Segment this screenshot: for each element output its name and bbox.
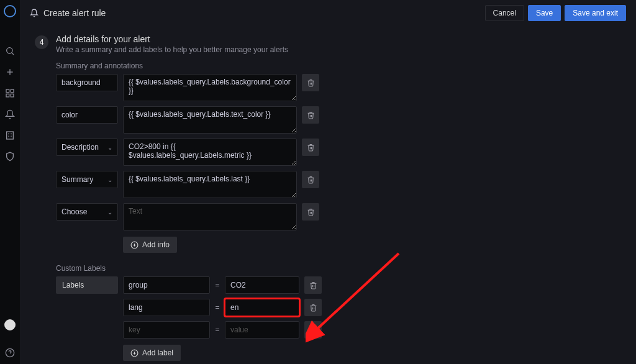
equals-sign: =: [215, 303, 220, 312]
svg-rect-4: [6, 89, 9, 93]
save-button[interactable]: Save: [528, 5, 561, 21]
annotation-key-input[interactable]: [56, 106, 118, 124]
add-label-text: Add label: [142, 348, 173, 357]
step-title: Add details for your alert: [56, 34, 288, 44]
label-value-input[interactable]: [225, 276, 299, 294]
plus-circle-icon: [130, 349, 139, 357]
avatar[interactable]: [4, 319, 16, 330]
search-icon[interactable]: [5, 46, 15, 56]
help-icon[interactable]: [5, 348, 15, 358]
label-key-input[interactable]: [123, 321, 210, 339]
add-label-button[interactable]: Add label: [123, 345, 181, 361]
label-row: =: [123, 321, 322, 339]
equals-sign: =: [215, 281, 220, 289]
step-subtitle: Write a summary and add labels to help y…: [56, 45, 288, 54]
delete-annotation-button[interactable]: [302, 139, 319, 156]
annotations-section-label: Summary and annotations: [56, 61, 621, 70]
label-key-input[interactable]: [123, 299, 210, 316]
dashboards-icon[interactable]: [5, 88, 15, 98]
svg-rect-8: [7, 132, 14, 139]
svg-line-24: [315, 253, 399, 331]
label-row: =: [123, 276, 322, 294]
annotation-value-textarea[interactable]: [123, 139, 297, 166]
step-number: 4: [35, 35, 48, 49]
shield-icon[interactable]: [5, 152, 15, 162]
annotation-key-text: Summary: [61, 175, 93, 184]
page-title: Create alert rule: [43, 8, 106, 18]
annotation-row: [56, 106, 621, 134]
chevron-down-icon: ⌄: [107, 144, 112, 151]
delete-annotation-button[interactable]: [302, 203, 319, 221]
annotation-arrow: [306, 250, 405, 344]
plus-icon[interactable]: [5, 67, 15, 77]
delete-annotation-button[interactable]: [302, 106, 319, 124]
save-exit-button[interactable]: Save and exit: [565, 5, 626, 21]
org-icon[interactable]: [5, 130, 15, 140]
annotation-key-select[interactable]: Choose⌄: [56, 203, 118, 221]
annotation-key-select[interactable]: Summary⌄: [56, 171, 118, 188]
annotation-value-textarea[interactable]: [123, 74, 297, 101]
cancel-button[interactable]: Cancel: [485, 5, 524, 21]
label-key-input[interactable]: [123, 276, 210, 294]
plus-circle-icon: [130, 241, 139, 249]
labels-tag: Labels: [56, 276, 118, 294]
add-info-button[interactable]: Add info: [123, 237, 177, 253]
annotation-key-input[interactable]: [56, 74, 118, 91]
content-area: 4 Add details for your alert Write a sum…: [20, 27, 636, 364]
annotation-key-text: Description: [61, 143, 99, 152]
svg-rect-5: [11, 89, 14, 93]
logo-icon[interactable]: [4, 5, 16, 17]
nav-rail: [0, 0, 20, 364]
bell-icon: [30, 9, 39, 17]
svg-line-1: [12, 53, 14, 55]
annotation-row: [56, 74, 621, 101]
annotation-value-textarea[interactable]: [123, 171, 297, 198]
annotation-key-select[interactable]: Description⌄: [56, 139, 118, 156]
svg-point-0: [7, 48, 12, 53]
svg-rect-7: [11, 94, 14, 97]
delete-annotation-button[interactable]: [302, 74, 319, 91]
annotation-value-textarea[interactable]: [123, 106, 297, 134]
svg-rect-6: [6, 94, 9, 97]
add-info-label: Add info: [142, 240, 170, 249]
annotation-row: Choose⌄: [56, 203, 621, 230]
delete-annotation-button[interactable]: [302, 171, 319, 188]
label-row: =: [123, 299, 322, 316]
chevron-down-icon: ⌄: [107, 209, 112, 216]
label-value-input[interactable]: [225, 299, 299, 316]
chevron-down-icon: ⌄: [107, 176, 112, 183]
label-value-input[interactable]: [225, 321, 299, 339]
topbar: Create alert rule Cancel Save Save and e…: [20, 0, 636, 27]
annotation-value-textarea[interactable]: [123, 203, 297, 230]
annotation-key-text: Choose: [61, 207, 87, 216]
annotation-row: Summary⌄: [56, 171, 621, 198]
annotation-row: Description⌄: [56, 139, 621, 166]
alert-icon[interactable]: [5, 109, 15, 119]
equals-sign: =: [215, 325, 220, 334]
